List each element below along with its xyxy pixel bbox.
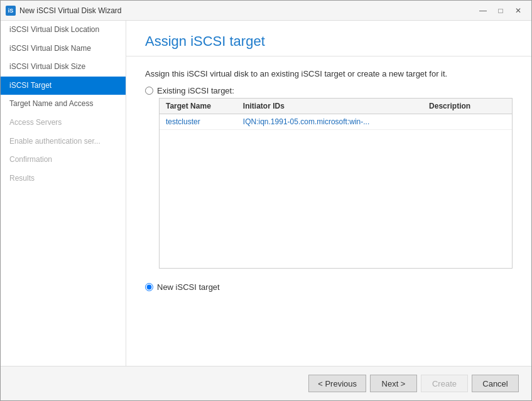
existing-target-radio-row: Existing iSCSI target: <box>145 86 513 95</box>
new-target-label[interactable]: New iSCSI target <box>157 282 220 292</box>
title-bar: iS New iSCSI Virtual Disk Wizard — □ ✕ <box>1 1 531 21</box>
existing-target-section: Existing iSCSI target: Target Name Initi… <box>145 86 513 269</box>
table-empty-row <box>160 130 512 268</box>
existing-target-table-container: Target Name Initiator IDs Description te… <box>159 98 513 269</box>
title-bar-controls: — □ ✕ <box>475 4 526 17</box>
col-header-target-name: Target Name <box>160 99 237 114</box>
sidebar-item-access-servers: Access Servers <box>1 114 126 132</box>
footer: < Previous Next > Create Cancel <box>1 366 531 400</box>
create-button: Create <box>421 375 468 392</box>
sidebar-item-iscsi-virtual-disk-size[interactable]: iSCSI Virtual Disk Size <box>1 58 126 77</box>
page-title: Assign iSCSI target <box>145 33 513 50</box>
cell-extra <box>495 114 512 130</box>
sidebar-item-iscsi-target[interactable]: iSCSI Target <box>1 77 126 95</box>
sidebar-item-enable-authentication: Enable authentication ser... <box>1 132 126 151</box>
cell-target-name: testcluster <box>160 114 237 130</box>
main-header: Assign iSCSI target <box>126 21 531 56</box>
new-target-radio[interactable] <box>145 283 153 291</box>
existing-target-table: Target Name Initiator IDs Description te… <box>160 99 512 268</box>
existing-target-radio[interactable] <box>145 87 153 95</box>
sidebar-item-iscsi-virtual-disk-location[interactable]: iSCSI Virtual Disk Location <box>1 21 126 40</box>
window-title: New iSCSI Virtual Disk Wizard <box>19 6 121 15</box>
previous-button[interactable]: < Previous <box>308 375 366 392</box>
radio-group: Existing iSCSI target: Target Name Initi… <box>145 86 513 292</box>
minimize-button[interactable]: — <box>475 4 491 17</box>
table-empty-cell <box>160 130 512 268</box>
sidebar: iSCSI Virtual Disk Location iSCSI Virtua… <box>1 21 126 366</box>
main-body: Assign this iSCSI virtual disk to an exi… <box>126 56 531 366</box>
new-target-radio-row: New iSCSI target <box>145 282 513 292</box>
sidebar-item-results: Results <box>1 169 126 188</box>
cell-initiator-ids: IQN:iqn.1991-05.com.microsoft:win-... <box>237 114 423 130</box>
next-button[interactable]: Next > <box>370 375 417 392</box>
content-area: iSCSI Virtual Disk Location iSCSI Virtua… <box>1 21 531 366</box>
col-header-extra <box>495 99 512 114</box>
sidebar-item-iscsi-virtual-disk-name[interactable]: iSCSI Virtual Disk Name <box>1 40 126 58</box>
col-header-description: Description <box>423 99 495 114</box>
cancel-button[interactable]: Cancel <box>472 375 519 392</box>
wizard-window: iS New iSCSI Virtual Disk Wizard — □ ✕ i… <box>0 0 532 401</box>
existing-target-label[interactable]: Existing iSCSI target: <box>157 86 234 95</box>
col-header-initiator-ids: Initiator IDs <box>237 99 423 114</box>
app-icon: iS <box>6 6 16 16</box>
maximize-button[interactable]: □ <box>492 4 509 17</box>
cell-description <box>423 114 495 130</box>
close-button[interactable]: ✕ <box>510 4 526 17</box>
description-text: Assign this iSCSI virtual disk to an exi… <box>145 69 513 78</box>
table-row[interactable]: testcluster IQN:iqn.1991-05.com.microsof… <box>160 114 512 130</box>
sidebar-item-target-name-and-access[interactable]: Target Name and Access <box>1 95 126 114</box>
sidebar-item-confirmation: Confirmation <box>1 151 126 169</box>
title-bar-left: iS New iSCSI Virtual Disk Wizard <box>6 6 121 16</box>
table-header-row: Target Name Initiator IDs Description <box>160 99 512 114</box>
main-panel: Assign iSCSI target Assign this iSCSI vi… <box>126 21 531 366</box>
